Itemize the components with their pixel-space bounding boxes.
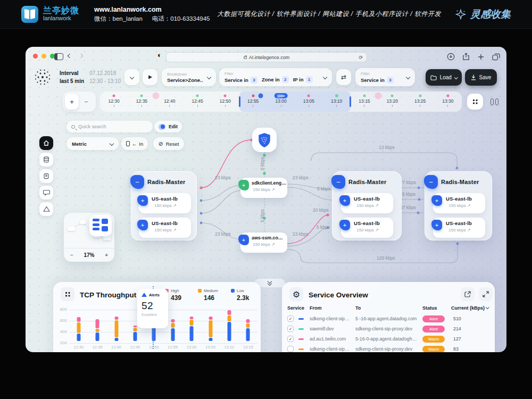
sort-chevron-icon[interactable] bbox=[486, 305, 489, 309]
reload-icon[interactable]: ⟳ bbox=[359, 55, 363, 60]
node-us-east-lb[interactable]: + US-east-lb 150 kbps ↗ bbox=[341, 193, 393, 213]
address-bar[interactable]: AI.intelegence.com ⟳ bbox=[166, 52, 367, 62]
bar-column[interactable]: 13:10 bbox=[220, 308, 239, 350]
minimize-window-icon[interactable] bbox=[41, 54, 46, 59]
close-window-icon[interactable] bbox=[33, 54, 38, 59]
bar-column[interactable]: 12:35 bbox=[88, 308, 107, 350]
sidebar-item-database[interactable] bbox=[39, 153, 53, 167]
timeline-tick[interactable]: 13:30 bbox=[434, 98, 462, 112]
settings-icon[interactable]: ⚙ bbox=[289, 287, 303, 301]
share-icon[interactable] bbox=[462, 53, 470, 61]
interval-dropdown-button[interactable] bbox=[124, 69, 139, 85]
bar-column[interactable]: 13:15 bbox=[238, 308, 257, 350]
downloads-icon[interactable] bbox=[447, 53, 455, 61]
col-to[interactable]: To bbox=[355, 305, 361, 311]
refresh-button[interactable]: ⇄ bbox=[336, 69, 351, 85]
timeline-track[interactable]: 100+ 12:3012:3512:4012:4512:5012:5513:00… bbox=[100, 92, 462, 112]
table-row[interactable]: ✓ad.au1.twilio.com5-16-0-app.agent.datad… bbox=[282, 334, 495, 344]
collapse-icon[interactable]: − bbox=[331, 175, 345, 189]
group-radis-master-2[interactable]: − Radis-Master + US-east-lb 150 kbps ↗ +… bbox=[332, 171, 402, 240]
play-button[interactable] bbox=[143, 69, 157, 85]
breakdown-dropdown[interactable]: Breakdown Service>Zone.. bbox=[162, 68, 216, 86]
new-tab-icon[interactable] bbox=[477, 53, 485, 61]
column-view-button[interactable] bbox=[486, 94, 502, 110]
collapse-icon[interactable]: − bbox=[130, 175, 144, 189]
table-row[interactable]: ✓sawmill:devsdkeng-client-sip-proxy:devA… bbox=[282, 324, 495, 334]
timeline-tick[interactable]: 13:20 bbox=[378, 98, 406, 112]
metric-dropdown[interactable]: Metric bbox=[66, 137, 119, 150]
sidebar-item-comments[interactable] bbox=[39, 186, 53, 200]
bar-column[interactable]: 13:00 bbox=[182, 308, 201, 350]
sidebar-item-reports[interactable] bbox=[39, 169, 53, 183]
row-checkbox-checked[interactable]: ✓ bbox=[287, 326, 294, 332]
plus-icon[interactable]: + bbox=[238, 180, 249, 190]
timeline-tick[interactable]: 13:05 bbox=[295, 98, 322, 112]
timeline-tick[interactable]: 12:55 bbox=[239, 98, 267, 112]
group-radis-master-1[interactable]: − Radis-Master + US-east-lb 150 kbps ↗ +… bbox=[131, 171, 197, 240]
save-button[interactable]: Save bbox=[465, 69, 497, 86]
minimap-zoom-in-button[interactable]: + bbox=[105, 252, 108, 258]
node-us-east-lb[interactable]: + US-east-lb 150 kbps ↗ bbox=[433, 218, 485, 238]
expand-button[interactable] bbox=[479, 287, 493, 301]
sidebar-item-home[interactable] bbox=[39, 136, 53, 150]
timeline-tick[interactable]: 12:45 bbox=[184, 98, 211, 112]
node-sdkclient[interactable]: + sdkclient.eng… 150 kbps ↗ bbox=[240, 178, 287, 198]
filter-control[interactable]: Filter Service in3 Zone in2 IP in1 bbox=[219, 68, 332, 86]
direction-in-button[interactable]: ← In bbox=[121, 137, 148, 150]
sidebar-item-alerts[interactable] bbox=[39, 202, 53, 216]
theme-toggle-icon[interactable]: ◐ bbox=[157, 51, 162, 59]
plus-icon[interactable]: + bbox=[431, 195, 442, 206]
row-checkbox-checked[interactable]: ✓ bbox=[287, 336, 294, 342]
open-external-button[interactable] bbox=[461, 287, 475, 301]
plus-icon[interactable]: + bbox=[431, 220, 442, 230]
row-checkbox-checked[interactable]: ✓ bbox=[287, 315, 294, 322]
minimap-zoom-out-button[interactable]: − bbox=[70, 252, 73, 258]
edit-toggle[interactable]: Edit bbox=[154, 121, 182, 132]
node-aws-ssm[interactable]: + aws-ssm.co… 150 kbps ↗ bbox=[240, 232, 287, 253]
group-radis-master-3[interactable]: − Radis-Master + US-east-lb 150 kbps ↗ +… bbox=[425, 171, 492, 240]
timeline-tick[interactable]: 12:30 bbox=[100, 98, 128, 112]
sidebar-toggle-icon[interactable] bbox=[54, 53, 63, 60]
timeline-tick[interactable]: 12:35 bbox=[128, 98, 155, 112]
timeline-tick[interactable]: 13:25 bbox=[406, 98, 434, 112]
load-button[interactable]: Load bbox=[426, 69, 462, 86]
filter-service-control[interactable]: Filter Service in3 bbox=[355, 68, 415, 86]
plus-icon[interactable]: + bbox=[137, 220, 148, 230]
zoom-out-button[interactable]: − bbox=[79, 98, 94, 106]
plus-icon[interactable]: + bbox=[339, 195, 350, 206]
timeline-zoom-controls[interactable]: + − bbox=[63, 92, 96, 112]
timeline-tick[interactable]: 13:15 bbox=[351, 98, 378, 112]
timeline-tick[interactable]: 12:50 bbox=[211, 98, 239, 112]
collapse-icon[interactable]: − bbox=[424, 175, 438, 189]
bar-column[interactable]: 12:40 bbox=[107, 308, 126, 350]
reset-button[interactable]: ⊘ Reset bbox=[153, 137, 184, 150]
timeline-tick[interactable]: 13:10 bbox=[323, 98, 351, 112]
node-us-east-lb[interactable]: + US-east-lb 150 kbps ↗ bbox=[341, 218, 393, 238]
zoom-in-button[interactable]: + bbox=[65, 94, 79, 110]
bar-column[interactable]: 12:30 bbox=[69, 308, 88, 350]
tab-overview-icon[interactable] bbox=[492, 53, 500, 61]
plus-icon[interactable]: + bbox=[238, 235, 249, 245]
node-us-east-lb[interactable]: + US-east-lb 150 kbps ↗ bbox=[433, 193, 485, 213]
security-shield-node[interactable] bbox=[252, 128, 277, 152]
forward-icon[interactable] bbox=[79, 54, 83, 58]
minimap[interactable]: − 17% + bbox=[64, 213, 114, 262]
minimap-thumbnail[interactable] bbox=[89, 215, 112, 236]
col-service[interactable]: Service bbox=[287, 305, 304, 311]
col-current[interactable]: Current (kBps) bbox=[451, 305, 485, 311]
col-from[interactable]: From bbox=[310, 305, 322, 311]
plus-icon[interactable]: + bbox=[137, 195, 148, 206]
node-us-east-lb[interactable]: + US-east-lb 150 kbps ↗ bbox=[139, 218, 191, 238]
col-status[interactable]: Status bbox=[422, 305, 437, 311]
window-controls[interactable] bbox=[33, 54, 55, 59]
bar-column[interactable]: 13:05 bbox=[201, 308, 220, 350]
table-row[interactable]: sdkeng-client-sip…sdkeng-client-sip-prox… bbox=[282, 344, 495, 352]
timeline-tick[interactable]: 13:00 bbox=[267, 98, 295, 112]
plus-icon[interactable]: + bbox=[339, 220, 350, 230]
grid-view-button[interactable] bbox=[467, 94, 483, 110]
search-input[interactable]: Quick search bbox=[66, 121, 153, 132]
toggle-on-icon[interactable] bbox=[159, 124, 165, 130]
back-icon[interactable] bbox=[68, 54, 72, 58]
timeline-tick[interactable]: 12:40 bbox=[156, 98, 184, 112]
row-checkbox-unchecked[interactable] bbox=[287, 346, 294, 352]
